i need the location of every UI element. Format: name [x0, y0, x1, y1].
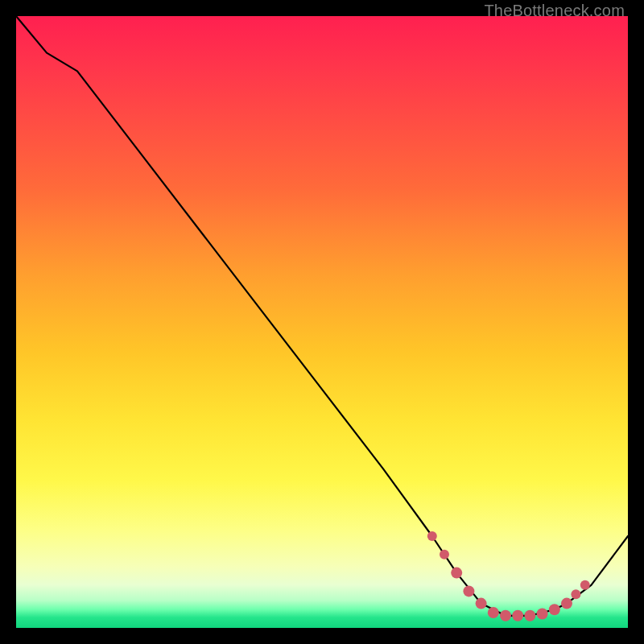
curve-line	[16, 16, 628, 616]
svg-point-3	[463, 585, 474, 597]
chart-overlay	[16, 16, 628, 628]
svg-point-10	[549, 604, 560, 615]
svg-point-7	[512, 610, 523, 621]
svg-point-2	[451, 568, 462, 579]
svg-point-6	[500, 610, 511, 621]
svg-point-8	[524, 610, 535, 621]
plot-area	[16, 16, 628, 628]
svg-point-13	[580, 580, 590, 590]
svg-point-0	[427, 531, 437, 541]
svg-point-1	[440, 550, 449, 559]
svg-point-11	[561, 598, 572, 609]
chart-stage: TheBottleneck.com	[0, 0, 644, 644]
svg-point-12	[571, 589, 580, 599]
svg-point-4	[476, 598, 487, 609]
highlight-dots	[427, 531, 590, 621]
svg-point-5	[488, 607, 499, 618]
svg-point-9	[537, 609, 548, 620]
